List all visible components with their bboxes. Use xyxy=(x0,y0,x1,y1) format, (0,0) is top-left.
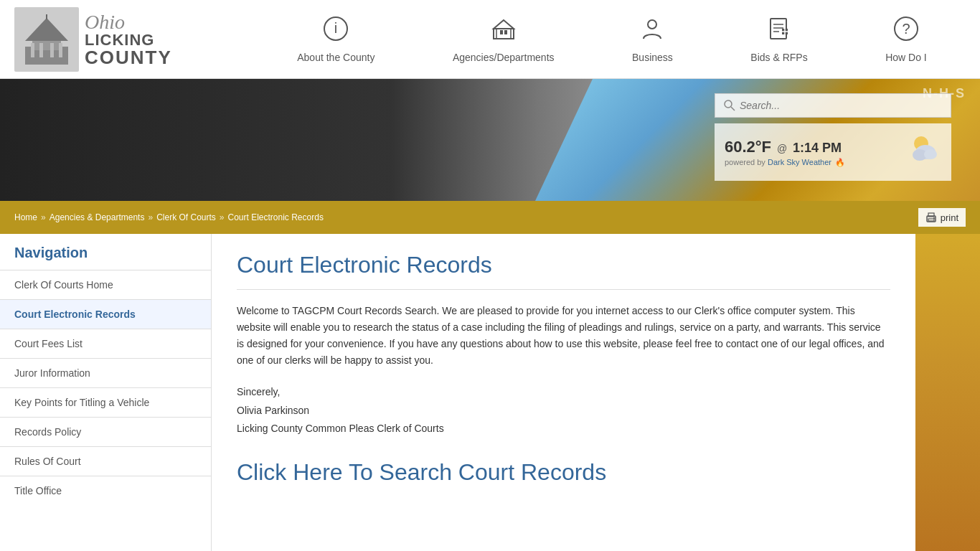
nav-howdoi[interactable]: ? How Do I xyxy=(871,9,941,70)
print-button[interactable]: print xyxy=(918,208,966,227)
breadcrumb-bar: Home » Agencies & Departments » Clerk Of… xyxy=(0,201,980,234)
page-title: Court Electronic Records xyxy=(237,252,890,290)
sidebar-item-clerk-home[interactable]: Clerk Of Courts Home xyxy=(0,270,211,299)
weather-time: 1:14 PM xyxy=(793,141,842,155)
content-body: Welcome to TAGCPM Court Records Search. … xyxy=(237,303,890,369)
weather-panel: 60.2°F @ 1:14 PM powered by Dark Sky Wea… xyxy=(715,123,951,181)
search-records-link[interactable]: Click Here To Search Court Records xyxy=(237,459,890,486)
nav-about-label: About the County xyxy=(297,52,374,63)
search-box[interactable] xyxy=(715,93,951,118)
bc-sep-1: » xyxy=(41,212,46,222)
svg-text:i: i xyxy=(334,20,337,36)
weather-powered: powered by Dark Sky Weather 🔥 xyxy=(725,158,845,167)
signature-block: Sincerely, Olivia Parkinson Licking Coun… xyxy=(237,383,890,438)
nav-agencies[interactable]: Agencies/Departments xyxy=(438,9,569,70)
nav-agencies-label: Agencies/Departments xyxy=(453,52,555,63)
weather-temperature: 60.2°F xyxy=(725,138,771,156)
print-label: print xyxy=(941,212,958,223)
sidebar-item-court-electronic[interactable]: Court Electronic Records xyxy=(0,299,211,329)
signer-title: Licking County Common Pleas Clerk of Cou… xyxy=(237,420,890,438)
sidebar-item-records-policy[interactable]: Records Policy xyxy=(0,417,211,446)
bc-sep-2: » xyxy=(148,212,153,222)
svg-line-27 xyxy=(731,107,735,110)
sincerely-line: Sincerely, xyxy=(237,383,890,401)
nav-bids[interactable]: Bids & RFPs xyxy=(736,9,821,70)
search-weather-panel: 60.2°F @ 1:14 PM powered by Dark Sky Wea… xyxy=(715,93,951,181)
question-icon: ? xyxy=(893,16,919,47)
building-icon xyxy=(491,16,517,47)
sidebar-item-court-fees[interactable]: Court Fees List xyxy=(0,329,211,358)
weather-icon xyxy=(905,131,941,174)
logo-licking: Licking xyxy=(85,32,172,48)
dark-sky-link[interactable]: Dark Sky Weather xyxy=(768,158,831,166)
sidebar-item-juror-info[interactable]: Juror Information xyxy=(0,358,211,387)
logo-county: County xyxy=(85,48,172,67)
svg-rect-7 xyxy=(59,43,62,57)
nav-bids-label: Bids & RFPs xyxy=(750,52,807,63)
svg-rect-4 xyxy=(31,43,34,57)
breadcrumb: Home » Agencies & Departments » Clerk Of… xyxy=(14,212,324,222)
bc-home[interactable]: Home xyxy=(14,212,37,222)
nav-about[interactable]: i About the County xyxy=(283,9,389,70)
svg-marker-11 xyxy=(494,20,514,29)
sidebar-item-rules-court[interactable]: Rules Of Court xyxy=(0,446,211,476)
logo-image xyxy=(14,7,79,72)
bc-current: Court Electronic Records xyxy=(228,212,324,222)
content-area: Court Electronic Records Welcome to TAGC… xyxy=(212,234,915,551)
nav-business-label: Business xyxy=(632,52,673,63)
search-input[interactable] xyxy=(740,100,942,111)
bc-clerk[interactable]: Clerk Of Courts xyxy=(156,212,216,222)
svg-point-31 xyxy=(924,149,937,159)
svg-rect-1 xyxy=(32,39,61,50)
nav-howdoi-label: How Do I xyxy=(885,52,927,63)
main-nav: i About the County Agencies/Departments … xyxy=(258,9,966,70)
svg-text:?: ? xyxy=(902,21,910,37)
svg-point-35 xyxy=(933,217,935,219)
bc-agencies[interactable]: Agencies & Departments xyxy=(50,212,145,222)
nav-business[interactable]: Business xyxy=(618,9,687,70)
sidebar-item-key-points[interactable]: Key Points for Titling a Vehicle xyxy=(0,387,211,417)
svg-rect-6 xyxy=(50,43,54,57)
sidebar: Navigation Clerk Of Courts Home Court El… xyxy=(0,234,212,551)
weather-at: @ xyxy=(777,143,787,154)
svg-point-26 xyxy=(725,100,732,108)
hero-banner: N-H-S 60.2°F @ 1:14 PM powered by Dark S… xyxy=(0,79,980,201)
nav-heading: Navigation xyxy=(0,234,211,270)
svg-rect-34 xyxy=(928,219,934,221)
svg-rect-5 xyxy=(39,43,43,57)
sidebar-item-title-office[interactable]: Title Office xyxy=(0,476,211,505)
person-icon xyxy=(639,16,665,47)
logo-area: Ohio Licking County xyxy=(14,7,258,72)
svg-marker-2 xyxy=(25,18,68,41)
signer-name: Olivia Parkinson xyxy=(237,402,890,420)
document-icon xyxy=(766,16,792,47)
flame-icon: 🔥 xyxy=(835,158,845,166)
info-icon: i xyxy=(323,16,349,47)
site-header: Ohio Licking County i About the County A… xyxy=(0,0,980,79)
main-container: Navigation Clerk Of Courts Home Court El… xyxy=(0,234,980,551)
right-decoration xyxy=(915,234,980,551)
svg-rect-13 xyxy=(504,30,507,34)
svg-point-16 xyxy=(648,20,656,29)
logo-text: Ohio Licking County xyxy=(85,12,172,67)
bc-sep-3: » xyxy=(220,212,225,222)
logo-ohio: Ohio xyxy=(85,12,172,32)
svg-rect-12 xyxy=(500,30,503,34)
